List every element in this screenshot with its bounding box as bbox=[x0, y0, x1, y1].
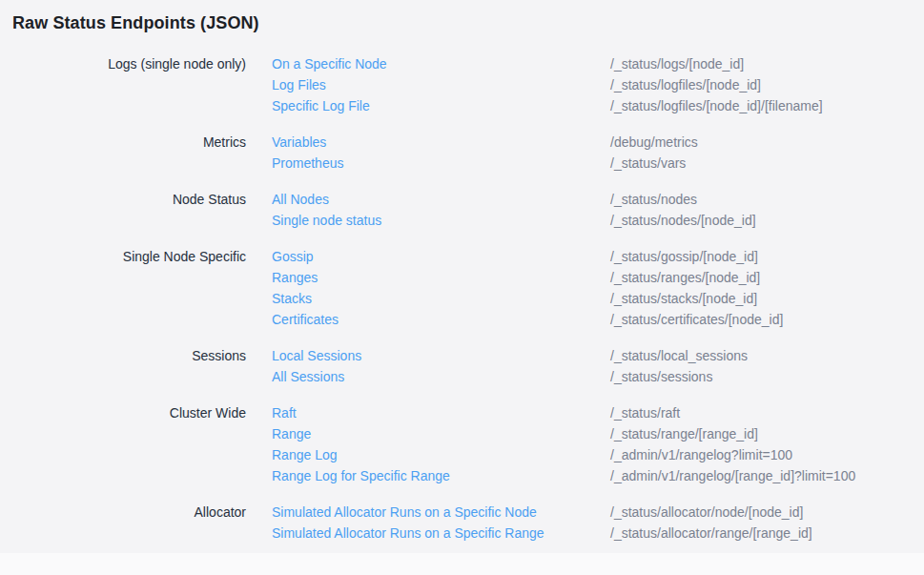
endpoint-link[interactable]: Simulated Allocator Runs on a Specific N… bbox=[272, 502, 610, 523]
endpoint-section-1: Metrics Variables /debug/metrics Prometh… bbox=[0, 132, 924, 174]
debug-page: Raw Status Endpoints (JSON) Logs (single… bbox=[0, 0, 924, 575]
endpoint-section-0: Logs (single node only) On a Specific No… bbox=[0, 53, 924, 116]
endpoint-link[interactable]: Range bbox=[272, 423, 610, 444]
category-label: Sessions bbox=[0, 345, 246, 387]
endpoint-row: Local Sessions /_status/local_sessions bbox=[272, 345, 924, 366]
endpoint-link[interactable]: Range Log bbox=[272, 444, 610, 465]
endpoint-path: /_status/vars bbox=[610, 153, 686, 174]
endpoint-rows: Local Sessions /_status/local_sessions A… bbox=[272, 345, 924, 387]
endpoint-row: Stacks /_status/stacks/[node_id] bbox=[272, 288, 924, 309]
endpoint-path: /_status/nodes bbox=[610, 189, 697, 210]
endpoint-row: Simulated Allocator Runs on a Specific R… bbox=[272, 523, 924, 544]
endpoint-path: /_status/logfiles/[node_id]/[filename] bbox=[610, 95, 823, 116]
endpoint-section-5: Cluster Wide Raft /_status/raft Range /_… bbox=[0, 402, 924, 486]
endpoint-rows: Gossip /_status/gossip/[node_id] Ranges … bbox=[272, 246, 924, 330]
endpoint-section-4: Sessions Local Sessions /_status/local_s… bbox=[0, 345, 924, 387]
category-label: Cluster Wide bbox=[0, 402, 246, 486]
endpoint-link[interactable]: Stacks bbox=[272, 288, 610, 309]
endpoint-path: /_status/range/[range_id] bbox=[610, 423, 758, 444]
endpoint-section-2: Node Status All Nodes /_status/nodes Sin… bbox=[0, 189, 924, 231]
endpoint-path: /_status/nodes/[node_id] bbox=[610, 210, 756, 231]
endpoint-path: /_status/ranges/[node_id] bbox=[610, 267, 760, 288]
endpoint-path: /_status/allocator/range/[range_id] bbox=[610, 523, 812, 544]
endpoint-row: Prometheus /_status/vars bbox=[272, 153, 924, 174]
endpoint-rows: Raft /_status/raft Range /_status/range/… bbox=[272, 402, 924, 486]
endpoint-rows: Simulated Allocator Runs on a Specific N… bbox=[272, 502, 924, 544]
endpoint-path: /_status/logfiles/[node_id] bbox=[610, 74, 761, 95]
endpoint-section-3: Single Node Specific Gossip /_status/gos… bbox=[0, 246, 924, 330]
endpoint-path: /_status/logs/[node_id] bbox=[610, 53, 744, 74]
endpoint-path: /debug/metrics bbox=[610, 132, 698, 153]
endpoint-link[interactable]: Local Sessions bbox=[272, 345, 610, 366]
endpoint-row: Raft /_status/raft bbox=[272, 402, 924, 423]
endpoint-rows: All Nodes /_status/nodes Single node sta… bbox=[272, 189, 924, 231]
endpoint-link[interactable]: Raft bbox=[272, 402, 610, 423]
endpoint-row: Range Log for Specific Range /_admin/v1/… bbox=[272, 465, 924, 486]
endpoint-row: Gossip /_status/gossip/[node_id] bbox=[272, 246, 924, 267]
endpoint-row: Simulated Allocator Runs on a Specific N… bbox=[272, 502, 924, 523]
page-title: Raw Status Endpoints (JSON) bbox=[0, 0, 924, 33]
category-label: Single Node Specific bbox=[0, 246, 246, 330]
endpoint-row: Variables /debug/metrics bbox=[272, 132, 924, 153]
endpoint-row: All Sessions /_status/sessions bbox=[272, 366, 924, 387]
category-label: Allocator bbox=[0, 502, 246, 544]
endpoint-row: On a Specific Node /_status/logs/[node_i… bbox=[272, 53, 924, 74]
category-label: Logs (single node only) bbox=[0, 53, 246, 116]
endpoint-path: /_status/raft bbox=[610, 402, 680, 423]
endpoint-link[interactable]: Specific Log File bbox=[272, 95, 610, 116]
endpoint-row: Ranges /_status/ranges/[node_id] bbox=[272, 267, 924, 288]
endpoint-row: All Nodes /_status/nodes bbox=[272, 189, 924, 210]
endpoint-link[interactable]: Prometheus bbox=[272, 153, 610, 174]
endpoint-path: /_status/stacks/[node_id] bbox=[610, 288, 757, 309]
endpoint-row: Log Files /_status/logfiles/[node_id] bbox=[272, 74, 924, 95]
endpoint-link[interactable]: Gossip bbox=[272, 246, 610, 267]
endpoint-link[interactable]: On a Specific Node bbox=[272, 53, 610, 74]
endpoint-section-6: Allocator Simulated Allocator Runs on a … bbox=[0, 502, 924, 544]
endpoint-row: Single node status /_status/nodes/[node_… bbox=[272, 210, 924, 231]
endpoint-link[interactable]: Variables bbox=[272, 132, 610, 153]
endpoint-link[interactable]: Single node status bbox=[272, 210, 610, 231]
endpoint-row: Range /_status/range/[range_id] bbox=[272, 423, 924, 444]
endpoint-path: /_status/local_sessions bbox=[610, 345, 748, 366]
endpoint-row: Specific Log File /_status/logfiles/[nod… bbox=[272, 95, 924, 116]
endpoint-link[interactable]: Ranges bbox=[272, 267, 610, 288]
category-label: Node Status bbox=[0, 189, 246, 231]
endpoint-path: /_status/allocator/node/[node_id] bbox=[610, 502, 803, 523]
endpoint-path: /_status/certificates/[node_id] bbox=[610, 309, 783, 330]
endpoint-rows: On a Specific Node /_status/logs/[node_i… bbox=[272, 53, 924, 116]
endpoint-link[interactable]: Certificates bbox=[272, 309, 610, 330]
endpoint-sections: Logs (single node only) On a Specific No… bbox=[0, 53, 924, 544]
endpoint-link[interactable]: All Nodes bbox=[272, 189, 610, 210]
page-footer-strip bbox=[0, 553, 924, 575]
endpoint-link[interactable]: All Sessions bbox=[272, 366, 610, 387]
endpoint-path: /_status/sessions bbox=[610, 366, 712, 387]
endpoint-path: /_admin/v1/rangelog/[range_id]?limit=100 bbox=[610, 465, 855, 486]
endpoint-row: Range Log /_admin/v1/rangelog?limit=100 bbox=[272, 444, 924, 465]
endpoint-link[interactable]: Simulated Allocator Runs on a Specific R… bbox=[272, 523, 610, 544]
category-label: Metrics bbox=[0, 132, 246, 174]
endpoint-path: /_status/gossip/[node_id] bbox=[610, 246, 758, 267]
endpoint-row: Certificates /_status/certificates/[node… bbox=[272, 309, 924, 330]
endpoint-path: /_admin/v1/rangelog?limit=100 bbox=[610, 444, 792, 465]
endpoint-link[interactable]: Log Files bbox=[272, 74, 610, 95]
endpoint-rows: Variables /debug/metrics Prometheus /_st… bbox=[272, 132, 924, 174]
endpoint-link[interactable]: Range Log for Specific Range bbox=[272, 465, 610, 486]
